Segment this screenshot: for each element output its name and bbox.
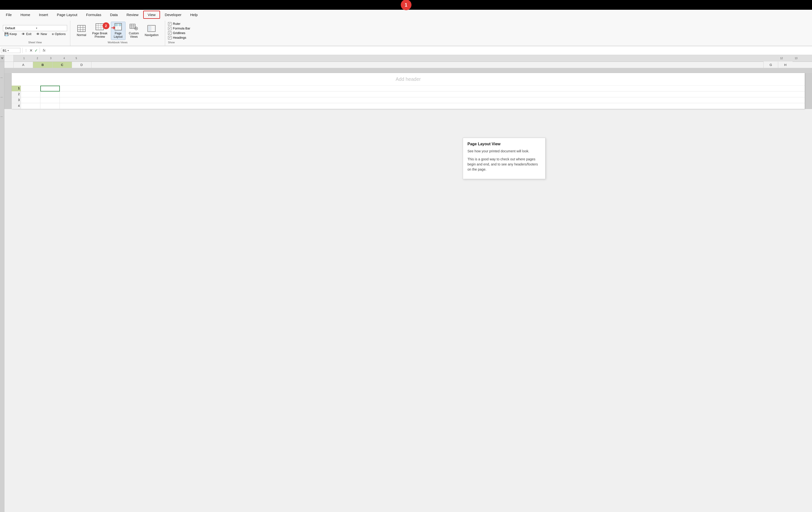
dropdown-arrow-icon: ▾ — [36, 27, 65, 29]
ribbon-toolbar: Default ▾ 💾 Keep 👁 Exit — [0, 20, 812, 46]
cell-c3-rest[interactable] — [60, 97, 805, 103]
workbook-views-label: Workbook Views — [108, 41, 128, 45]
formula-bar: B1 ▾ ⋮ ✕ ✓ fx — [0, 46, 812, 55]
cell-b2[interactable] — [40, 91, 60, 97]
cell-b4[interactable] — [40, 103, 60, 109]
left-tick-2: — — [0, 96, 3, 98]
svg-rect-24 — [148, 26, 151, 31]
col-header-spacer — [4, 62, 13, 68]
fx-label: fx — [43, 48, 46, 52]
menu-help[interactable]: Help — [186, 11, 202, 18]
formulabar-checkbox[interactable]: ✓ Formula Bar — [168, 27, 191, 30]
page-content: Add header 1 2 — [12, 73, 805, 109]
formula-icons: ⋮ ✕ ✓ — [25, 48, 38, 53]
menu-review[interactable]: Review — [122, 11, 142, 18]
customviews-button[interactable]: CustomViews — [126, 22, 141, 40]
header-area: 1 2 3 4 5 12 13 — [4, 55, 812, 62]
cell-a4[interactable] — [21, 103, 40, 109]
menu-file[interactable]: File — [2, 11, 16, 18]
menu-data[interactable]: Data — [106, 11, 122, 18]
confirm-formula-icon[interactable]: ✓ — [34, 48, 38, 53]
sheet-view-dropdown[interactable]: Default ▾ — [3, 25, 67, 31]
cell-b1[interactable] — [40, 86, 60, 91]
show-checkboxes: ✓ Ruler ✓ Formula Bar ✓ Gridlines ✓ — [168, 22, 191, 40]
row-number-2: 2 — [12, 91, 21, 97]
ruler-5: 5 — [76, 57, 77, 60]
show-section: ✓ Ruler ✓ Formula Bar ✓ Gridlines ✓ — [165, 21, 193, 46]
options-icon: ≡ — [52, 32, 54, 36]
cell-a1[interactable] — [21, 86, 40, 91]
cell-b3[interactable] — [40, 97, 60, 103]
cell-c1-rest[interactable] — [60, 86, 805, 91]
menu-pagelayout[interactable]: Page Layout — [53, 11, 81, 18]
col-headers-rest: G H — [91, 62, 812, 68]
pagebreak-view-button[interactable]: 2 Page B — [90, 22, 110, 40]
gridlines-checkbox[interactable]: ✓ Gridlines — [168, 31, 191, 35]
grid-row-1: 1 — [12, 86, 805, 91]
svg-rect-14 — [119, 27, 121, 30]
menu-formulas[interactable]: Formulas — [82, 11, 105, 18]
cancel-formula-icon[interactable]: ✕ — [29, 48, 33, 53]
add-header-text[interactable]: Add header — [12, 73, 805, 86]
app-wrapper: 1 File Home Insert Page Layout Formulas … — [0, 0, 812, 512]
col-header-h[interactable]: H — [778, 61, 792, 68]
page-container: Add header 1 2 — [4, 73, 812, 109]
exit-icon: 👁 — [22, 32, 25, 36]
options-button[interactable]: ≡ Options — [50, 32, 67, 36]
keep-button[interactable]: 💾 Keep — [3, 32, 18, 36]
sheet-view-value: Default — [5, 26, 34, 30]
customviews-icon — [129, 23, 138, 31]
cell-c4-rest[interactable] — [60, 103, 805, 109]
ruler-1: 1 — [23, 57, 25, 60]
formulabar-check-icon: ✓ — [168, 27, 171, 30]
cell-a3[interactable] — [21, 97, 40, 103]
headings-label: Headings — [173, 36, 186, 39]
new-label: New — [40, 32, 47, 36]
cell-a2[interactable] — [21, 91, 40, 97]
ruler-check-icon: ✓ — [168, 22, 171, 26]
exit-button[interactable]: 👁 Exit — [20, 32, 33, 36]
navigation-icon — [147, 25, 156, 32]
col-header-g[interactable]: G — [763, 61, 778, 68]
row-number-1: 1 — [12, 86, 21, 91]
row-number-3: 3 — [12, 97, 21, 103]
cell-reference: B1 — [3, 49, 6, 52]
header-corner — [4, 55, 13, 62]
main-content: File Home Insert Page Layout Formulas Da… — [0, 10, 812, 512]
left-tick-3: — — [0, 115, 3, 118]
ruler-4: 4 — [63, 57, 65, 60]
navigation-label: Navigation — [145, 33, 158, 37]
new-icon: 👁 — [36, 32, 40, 36]
menu-view[interactable]: View — [143, 11, 160, 19]
gridlines-label: Gridlines — [173, 31, 185, 35]
name-box-arrow: ▾ — [7, 49, 9, 52]
grid-row-3: 3 — [12, 97, 805, 103]
menu-developer[interactable]: Developer — [161, 11, 185, 18]
col-header-a[interactable]: A — [13, 62, 33, 68]
pagelayout-view-button[interactable]: PageLayout — [111, 22, 125, 40]
arrow-annotation: ➔ — [111, 25, 115, 31]
cell-c2-rest[interactable] — [60, 91, 805, 97]
menu-home[interactable]: Home — [17, 11, 34, 18]
ruler-12: 12 — [780, 57, 783, 60]
navigation-button[interactable]: Navigation — [142, 24, 161, 38]
name-box[interactable]: B1 ▾ — [1, 48, 21, 53]
normal-view-button[interactable]: Normal — [74, 24, 89, 38]
col-header-d[interactable]: D — [72, 62, 91, 68]
tooltip-para2: This is a good way to check out where pa… — [467, 157, 541, 172]
spreadsheet-body: — — — 1 2 3 4 5 — [0, 55, 812, 512]
step-1-circle: 1 — [401, 0, 411, 10]
menu-insert[interactable]: Insert — [35, 11, 52, 18]
svg-rect-15 — [130, 24, 135, 28]
formula-dots-icon: ⋮ — [25, 49, 27, 52]
normal-icon — [77, 25, 86, 32]
formula-divider — [22, 48, 23, 53]
headings-checkbox[interactable]: ✓ Headings — [168, 36, 191, 39]
ruler-checkbox[interactable]: ✓ Ruler — [168, 22, 191, 26]
workbook-view-buttons: Normal 2 — [74, 22, 161, 40]
ribbon: File Home Insert Page Layout Formulas Da… — [0, 10, 812, 46]
grid-row-4: 4 — [12, 103, 805, 109]
new-button[interactable]: 👁 New — [35, 32, 49, 36]
col-header-b[interactable]: B — [33, 62, 53, 68]
col-header-c[interactable]: C — [53, 62, 72, 68]
